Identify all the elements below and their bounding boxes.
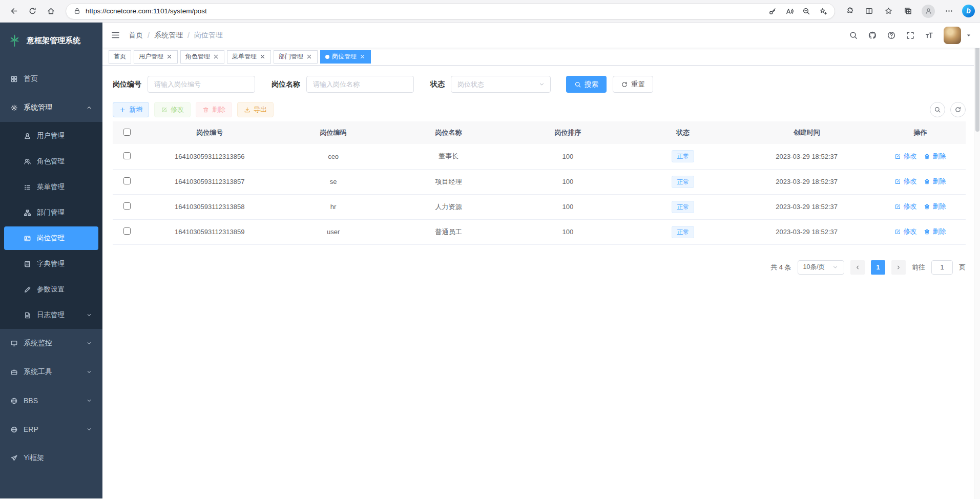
address-bar[interactable]: https://ccnetcore.com:1101/system/post <box>66 3 835 19</box>
sidebar-item-system-tools[interactable]: 系统工具 <box>0 358 102 386</box>
select-all-checkbox[interactable] <box>123 129 131 136</box>
row-edit-button[interactable]: 修改 <box>894 227 916 236</box>
tab-dept-management[interactable]: 部门管理 <box>274 50 318 64</box>
sidebar-item-system-monitor[interactable]: 系统监控 <box>0 329 102 358</box>
tab-role-management[interactable]: 角色管理 <box>180 50 224 64</box>
split-screen-button[interactable] <box>861 3 877 19</box>
row-edit-button[interactable]: 修改 <box>894 152 916 161</box>
user-avatar[interactable] <box>944 27 961 44</box>
search-button[interactable]: 搜索 <box>566 76 607 93</box>
page-size-select[interactable]: 10条/页 <box>798 260 844 275</box>
breadcrumb-item[interactable]: 系统管理 <box>154 31 183 40</box>
sidebar-item-yi-framework[interactable]: Yi框架 <box>0 444 102 472</box>
site-info-lock-icon[interactable] <box>73 7 81 15</box>
row-delete-button[interactable]: 删除 <box>924 152 946 161</box>
row-select-cell <box>113 169 141 194</box>
tab-home[interactable]: 首页 <box>109 50 131 64</box>
post-code-input[interactable] <box>148 76 255 93</box>
tab-user-management[interactable]: 用户管理 <box>134 50 178 64</box>
row-delete-button[interactable]: 删除 <box>924 177 946 186</box>
sidebar-toggle-button[interactable] <box>111 30 120 40</box>
tab-menu-management[interactable]: 菜单管理 <box>227 50 271 64</box>
logo-link[interactable]: 意框架管理系统 <box>0 23 102 58</box>
read-aloud-icon[interactable] <box>785 7 794 15</box>
github-icon[interactable] <box>868 31 877 40</box>
settings-button[interactable] <box>941 3 957 19</box>
add-button[interactable]: 新增 <box>113 102 149 117</box>
row-edit-button[interactable]: 修改 <box>894 202 916 211</box>
home-icon <box>47 7 55 15</box>
extensions-button[interactable] <box>841 3 858 19</box>
status-select[interactable]: 岗位状态 <box>451 76 551 93</box>
sidebar-item-log-management[interactable]: 日志管理 <box>0 302 102 328</box>
row-delete-button[interactable]: 删除 <box>924 202 946 211</box>
sidebar-item-system-management[interactable]: 系统管理 <box>0 93 102 122</box>
bing-discover-button[interactable] <box>962 5 975 17</box>
export-button[interactable]: 导出 <box>237 102 274 117</box>
back-button[interactable] <box>5 3 23 20</box>
post-code-cell: user <box>278 219 388 244</box>
sidebar-item-menu-management[interactable]: 菜单管理 <box>0 174 102 200</box>
search-icon[interactable] <box>849 31 858 40</box>
download-icon <box>244 107 251 113</box>
caret-down-icon[interactable] <box>966 32 972 38</box>
sidebar-item-dict-management[interactable]: 字典管理 <box>0 251 102 277</box>
browser-profile-button[interactable] <box>922 5 935 18</box>
reset-button-label: 重置 <box>631 80 645 89</box>
goto-page-input[interactable] <box>931 260 953 275</box>
refresh-button[interactable] <box>24 3 41 20</box>
sidebar-item-param-settings[interactable]: 参数设置 <box>0 277 102 302</box>
zoom-icon[interactable] <box>802 7 810 15</box>
tab-post-management[interactable]: 岗位管理 <box>320 50 371 64</box>
tab-close-icon[interactable] <box>213 53 219 60</box>
sidebar-item-label: 字典管理 <box>37 259 65 268</box>
fullscreen-icon[interactable] <box>906 31 915 40</box>
log-icon <box>24 311 31 319</box>
prev-page-button[interactable] <box>850 260 865 275</box>
sidebar-item-home[interactable]: 首页 <box>0 65 102 93</box>
help-icon[interactable] <box>887 31 896 40</box>
tab-close-icon[interactable] <box>259 53 266 60</box>
favorites-button[interactable] <box>880 3 896 19</box>
show-search-button[interactable] <box>930 102 945 117</box>
sidebar-item-bbs[interactable]: BBS <box>0 386 102 415</box>
refresh-table-button[interactable] <box>950 102 966 117</box>
actions-cell: 修改删除 <box>875 219 966 244</box>
row-checkbox[interactable] <box>123 177 131 184</box>
browser-toolbar <box>841 3 975 19</box>
browser-scrollbar[interactable] <box>974 23 980 499</box>
tab-close-icon[interactable] <box>306 53 312 60</box>
add-favorite-icon[interactable] <box>819 7 827 15</box>
column-header: 岗位排序 <box>508 121 628 144</box>
row-delete-button[interactable]: 删除 <box>924 227 946 236</box>
create-time-cell: 2023-03-29 18:52:37 <box>738 194 874 219</box>
reset-button[interactable]: 重置 <box>613 76 653 93</box>
browser-nav <box>5 3 59 20</box>
row-checkbox[interactable] <box>123 152 131 159</box>
sidebar-item-label: 部门管理 <box>37 208 65 217</box>
password-icon[interactable] <box>768 7 777 15</box>
row-edit-button[interactable]: 修改 <box>894 177 916 186</box>
tab-label: 菜单管理 <box>232 52 257 61</box>
sidebar-item-post-management[interactable]: 岗位管理 <box>4 226 98 250</box>
column-header: 岗位编码 <box>278 121 388 144</box>
next-page-button[interactable] <box>891 260 906 275</box>
sidebar-item-dept-management[interactable]: 部门管理 <box>0 200 102 225</box>
breadcrumb-item[interactable]: 首页 <box>129 31 143 40</box>
sidebar-item-user-management[interactable]: 用户管理 <box>0 123 102 149</box>
collections-button[interactable] <box>900 3 916 19</box>
home-button[interactable] <box>42 3 59 20</box>
sidebar-item-role-management[interactable]: 角色管理 <box>0 149 102 174</box>
sidebar-item-label: BBS <box>24 397 38 405</box>
row-checkbox[interactable] <box>123 202 131 210</box>
post-name-input[interactable] <box>306 76 414 93</box>
sidebar-item-erp[interactable]: ERP <box>0 415 102 444</box>
delete-button[interactable]: 删除 <box>196 102 232 117</box>
tab-close-icon[interactable] <box>359 53 366 60</box>
row-checkbox[interactable] <box>123 227 131 235</box>
tab-close-icon[interactable] <box>166 53 173 60</box>
post-name-cell: 人力资源 <box>389 194 508 219</box>
edit-button[interactable]: 修改 <box>154 102 191 117</box>
page-1-button[interactable]: 1 <box>871 260 885 275</box>
font-size-icon[interactable] <box>925 31 934 40</box>
